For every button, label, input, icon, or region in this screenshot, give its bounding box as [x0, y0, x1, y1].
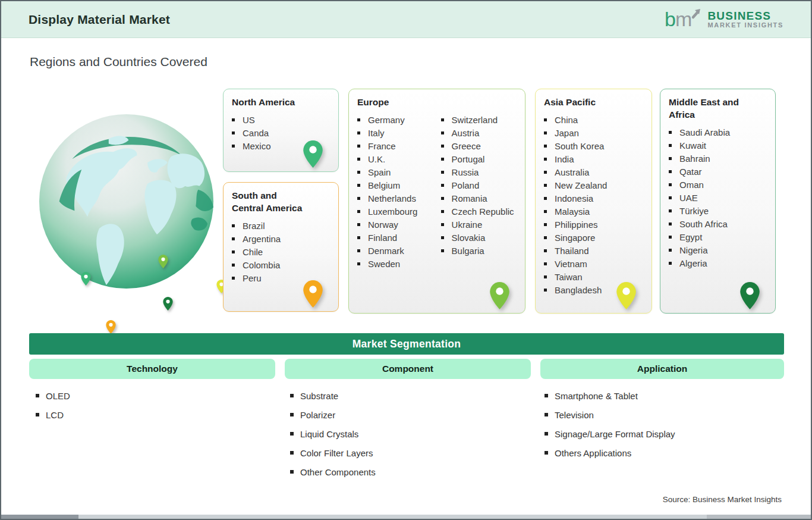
country-item: UAE	[669, 193, 767, 202]
country-item: Egypt	[669, 233, 767, 242]
globe-pin-middle-east-africa-icon	[163, 297, 173, 311]
europe-country-columns: GermanyItalyFranceU.K.SpainBelgiumNether…	[357, 115, 517, 272]
country-item: Bahrain	[669, 154, 767, 163]
segment-item: Other Components	[290, 466, 376, 478]
country-item: Poland	[441, 181, 517, 190]
country-item: Australia	[544, 168, 643, 177]
application-items: Smartphone & TabletTelevisionSignage/Lar…	[545, 390, 675, 466]
country-item: Indonesia	[544, 194, 643, 203]
country-item: Denmark	[357, 246, 441, 255]
location-pin-icon	[303, 280, 323, 308]
country-list: ChinaJapanSouth KoreaIndiaAustraliaNew Z…	[544, 115, 643, 295]
region-title: Europe	[357, 96, 517, 109]
country-item: Singapore	[544, 233, 643, 242]
page-title: Display Material Market	[29, 12, 170, 27]
country-item: India	[544, 155, 643, 164]
country-item: Belgium	[357, 181, 441, 190]
country-list: BrazilArgentinaChileColombiaPeru	[232, 221, 330, 283]
country-item: Ukraine	[441, 220, 517, 229]
country-item: Algeria	[669, 259, 767, 268]
logo-text: BUSINESS MARKET INSIGHTS	[707, 10, 783, 29]
segment-header-application: Application	[540, 359, 784, 379]
market-segmentation-banner: Market Segmentation	[29, 333, 784, 355]
country-item: China	[544, 115, 643, 124]
logo-letter-m: m	[675, 8, 692, 30]
country-item: Bulgaria	[441, 246, 517, 255]
region-title: Middle East and Africa	[669, 96, 767, 121]
globe-pin-europe-icon	[158, 255, 168, 268]
country-list-col2: SwitzerlandAustriaGreecePortugalRussiaPo…	[441, 115, 517, 272]
country-item: Philippines	[544, 220, 643, 229]
country-item: France	[357, 142, 441, 151]
country-item: Qatar	[669, 167, 767, 176]
country-item: Thailand	[544, 246, 643, 255]
source-attribution: Source: Business Market Insights	[663, 495, 782, 504]
country-list-col1: GermanyItalyFranceU.K.SpainBelgiumNether…	[357, 115, 441, 272]
segment-item: Smartphone & Tablet	[545, 390, 675, 402]
country-item: Germany	[357, 115, 441, 124]
country-item: Saudi Arabia	[669, 128, 767, 137]
segment-item: Signage/Large Format Display	[545, 428, 675, 440]
region-title-line2: Central America	[232, 203, 302, 213]
country-item: Türkiye	[669, 206, 767, 215]
segment-item: LCD	[36, 409, 70, 421]
segment-header-technology: Technology	[29, 359, 275, 379]
country-item: Colombia	[232, 261, 330, 270]
country-item: Malaysia	[544, 207, 643, 216]
location-pin-icon	[616, 282, 636, 309]
country-item: Oman	[669, 180, 767, 189]
country-item: Vietnam	[544, 259, 643, 268]
component-items: SubstratePolarizerLiquid CrystalsColor F…	[290, 390, 376, 485]
region-card-europe: Europe GermanyItalyFranceU.K.SpainBelgiu…	[348, 89, 525, 314]
country-item: Norway	[357, 220, 441, 229]
technology-items: OLEDLCD	[36, 390, 70, 428]
location-pin-icon	[740, 282, 760, 309]
country-item: Romania	[441, 194, 517, 203]
header-band: Display Material Market b m BUSINESS MAR…	[1, 1, 811, 38]
section-title: Regions and Countries Covered	[30, 55, 207, 69]
location-pin-icon	[303, 140, 323, 168]
country-item: Chile	[232, 248, 330, 256]
country-item: Greece	[441, 142, 517, 151]
country-item: Sweden	[357, 259, 441, 268]
country-item: Kuwait	[669, 141, 767, 150]
segment-item: OLED	[36, 390, 70, 402]
segment-item: Television	[545, 409, 675, 421]
logo-letter-b: b	[665, 8, 676, 30]
globe-icon	[38, 113, 215, 290]
logo-line2: MARKET INSIGHTS	[707, 22, 783, 29]
country-item: Brazil	[232, 221, 330, 230]
country-item: Portugal	[441, 155, 517, 164]
segment-item: Liquid Crystals	[290, 428, 376, 440]
region-card-asia-pacific: Asia Pacific ChinaJapanSouth KoreaIndiaA…	[535, 89, 652, 314]
logo-line1: BUSINESS	[707, 10, 783, 22]
bmi-logo: b m BUSINESS MARKET INSIGHTS	[664, 8, 783, 32]
country-item: Taiwan	[544, 272, 643, 281]
region-card-middle-east-africa: Middle East and Africa Saudi ArabiaKuwai…	[660, 89, 776, 314]
infographic-page: Display Material Market b m BUSINESS MAR…	[0, 0, 812, 520]
country-item: Argentina	[232, 234, 330, 243]
country-item: Slovakia	[441, 233, 517, 242]
country-item: South Korea	[544, 142, 643, 151]
region-card-south-central-america: South andCentral America BrazilArgentina…	[223, 182, 339, 312]
region-title: Asia Pacific	[544, 96, 643, 109]
country-item: New Zealand	[544, 181, 643, 190]
region-title-line1: South and	[232, 190, 277, 201]
horizontal-scrollbar[interactable]	[1, 515, 811, 519]
country-item: South Africa	[669, 220, 767, 228]
scrollbar-corner	[707, 515, 811, 519]
country-item: Russia	[441, 168, 517, 177]
country-item: Canda	[232, 129, 330, 137]
country-item: Czech Republic	[441, 207, 517, 216]
logo-arrow-icon	[693, 12, 698, 17]
region-card-north-america: North America USCandaMexico	[223, 89, 339, 172]
country-item: Austria	[441, 129, 517, 137]
country-item: Spain	[357, 168, 441, 177]
segment-header-component: Component	[285, 359, 531, 379]
scrollbar-thumb[interactable]	[1, 515, 78, 519]
country-item: Luxembourg	[357, 207, 441, 216]
globe-pin-north-america-icon	[81, 272, 91, 286]
country-list: Saudi ArabiaKuwaitBahrainQatarOmanUAETür…	[669, 128, 767, 268]
segment-item: Polarizer	[290, 409, 376, 421]
country-item: U.K.	[357, 155, 441, 164]
